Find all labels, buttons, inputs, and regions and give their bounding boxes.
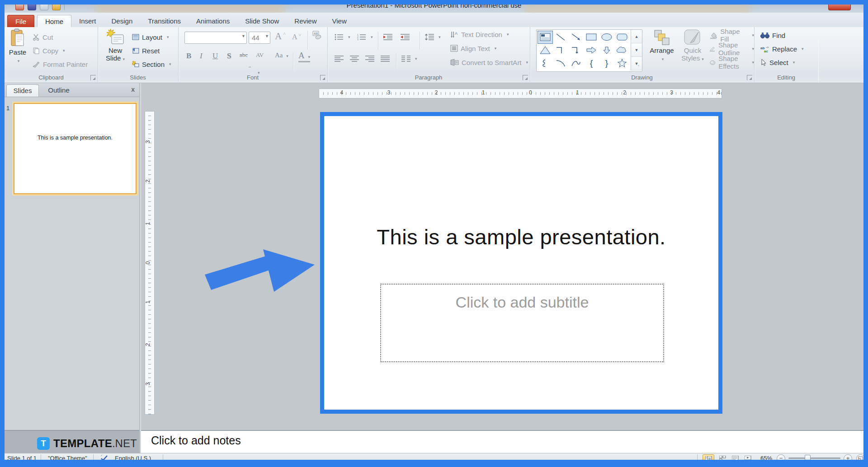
align-center-button[interactable] (350, 53, 359, 64)
horizontal-ruler[interactable]: 4 3 2 1 0 1 2 3 4 (319, 89, 722, 98)
text-direction-button[interactable]: A Text Direction (450, 29, 509, 40)
zoom-slider-handle[interactable] (805, 455, 811, 460)
slide-show-button[interactable] (742, 454, 753, 460)
shape-arrow-icon[interactable] (568, 31, 584, 44)
strikethrough-button[interactable]: abc (240, 51, 248, 59)
tab-slides-pane[interactable]: Slides (6, 84, 39, 97)
shape-elbow-arrow-connector-icon[interactable] (568, 44, 584, 57)
paragraph-dialog-launcher-icon[interactable] (523, 75, 528, 80)
tab-file[interactable]: File (7, 15, 34, 28)
shapes-more-icon[interactable]: ▼̱ (631, 57, 642, 70)
bold-button[interactable]: B (186, 51, 191, 61)
font-color-button[interactable]: A (298, 51, 310, 62)
subtitle-placeholder[interactable]: Click to add subtitle (380, 284, 664, 362)
shrink-font-button[interactable]: A˅ (292, 32, 301, 42)
section-button[interactable]: Section (132, 59, 171, 70)
shape-left-brace-icon[interactable]: { (584, 56, 599, 70)
align-left-button[interactable] (335, 53, 344, 64)
shape-triangle-icon[interactable] (538, 44, 553, 57)
shape-oval-icon[interactable] (599, 31, 614, 44)
tab-animations[interactable]: Animations (189, 15, 237, 27)
zoom-out-button[interactable]: − (777, 454, 785, 460)
shape-arc-icon[interactable] (553, 56, 568, 70)
find-button[interactable]: Find (760, 30, 785, 41)
shape-down-arrow-icon[interactable] (599, 44, 614, 57)
drawing-dialog-launcher-icon[interactable] (747, 75, 752, 80)
shape-outline-button[interactable]: Shape Outline (710, 43, 754, 54)
reset-button[interactable]: Reset (132, 45, 160, 56)
copy-button[interactable]: Copy (33, 45, 65, 56)
shape-rectangle-icon[interactable] (584, 31, 599, 44)
tab-insert[interactable]: Insert (71, 15, 104, 27)
slide-workspace[interactable]: This is a sample presentation. Click to … (320, 112, 722, 414)
font-size-dropdown-icon[interactable]: ▼ (265, 34, 269, 38)
shape-right-arrow-icon[interactable] (584, 44, 599, 57)
close-window-button[interactable] (828, 5, 851, 10)
shape-effects-button[interactable]: Shape Effects (710, 57, 754, 68)
numbering-button[interactable]: 123 (357, 32, 373, 42)
reading-view-button[interactable] (730, 454, 741, 460)
quick-styles-button[interactable]: Quick Styles (678, 28, 707, 72)
paste-button[interactable]: Paste (7, 28, 28, 72)
font-dialog-launcher-icon[interactable] (320, 75, 326, 80)
shape-text-slide-icon[interactable] (538, 31, 553, 44)
spellcheck-icon[interactable] (100, 455, 108, 460)
notes-pane[interactable]: Click to add notes (141, 430, 863, 454)
shape-curve-icon[interactable] (568, 56, 584, 70)
layout-button[interactable]: Layout (132, 32, 169, 42)
shapes-scroll-down-icon[interactable]: ▼ (631, 43, 642, 57)
decrease-indent-button[interactable] (383, 32, 392, 42)
clipboard-dialog-launcher-icon[interactable] (90, 75, 96, 80)
bullets-button[interactable] (335, 32, 350, 42)
character-spacing-button[interactable]: AV↔ (256, 51, 264, 76)
grow-font-button[interactable]: A˄ (275, 31, 286, 42)
zoom-level[interactable]: 65% (760, 455, 772, 460)
theme-name[interactable]: "Office Theme" (48, 455, 87, 460)
arrange-button[interactable]: Arrange (646, 28, 677, 72)
fit-to-window-button[interactable]: ◱ (856, 454, 863, 460)
tab-slide-show[interactable]: Slide Show (237, 15, 287, 27)
tab-design[interactable]: Design (104, 15, 141, 27)
underline-button[interactable]: U (212, 51, 218, 61)
format-painter-button[interactable]: Format Painter (33, 59, 88, 70)
tab-outline-pane[interactable]: Outline (41, 84, 77, 96)
tab-home[interactable]: Home (37, 15, 71, 27)
change-case-button[interactable]: Aa (275, 51, 288, 59)
shape-scribble-icon[interactable] (538, 56, 553, 70)
shape-rounded-rectangle-icon[interactable] (614, 31, 630, 44)
cut-button[interactable]: Cut (33, 32, 53, 42)
font-size-combobox[interactable]: 44 ▼ (249, 32, 270, 44)
font-name-combobox[interactable]: ▼ (184, 32, 247, 44)
convert-to-smartart-button[interactable]: Convert to SmartArt (450, 57, 528, 68)
new-slide-button[interactable]: New Slide (103, 28, 127, 72)
language-indicator[interactable]: English (U.S.) (115, 455, 151, 460)
justify-button[interactable] (381, 53, 390, 64)
shape-right-brace-icon[interactable]: } (599, 56, 614, 70)
shape-line-icon[interactable] (553, 31, 568, 44)
columns-button[interactable] (401, 53, 417, 64)
shapes-scroll-up-icon[interactable]: ▲ (631, 30, 642, 43)
zoom-in-button[interactable]: + (844, 454, 852, 460)
slide-title-text[interactable]: This is a sample presentation. (324, 224, 718, 249)
clear-formatting-button[interactable]: AB (312, 30, 322, 41)
align-right-button[interactable] (365, 53, 374, 64)
select-button[interactable]: Select (760, 57, 795, 68)
replace-button[interactable]: ab ac Replace (760, 43, 804, 54)
align-text-button[interactable]: Align Text (450, 43, 496, 54)
tab-review[interactable]: Review (287, 15, 324, 27)
slide-thumbnail[interactable]: This is a sample presentation. (14, 103, 137, 194)
increase-indent-button[interactable] (401, 32, 410, 42)
normal-view-button[interactable] (703, 454, 714, 460)
shape-star-icon[interactable] (614, 56, 630, 70)
shape-elbow-connector-icon[interactable] (553, 44, 568, 57)
line-spacing-button[interactable] (425, 32, 441, 42)
shape-cloud-icon[interactable] (614, 44, 630, 57)
panel-close-icon[interactable]: x (131, 86, 135, 93)
text-shadow-button[interactable]: S (227, 51, 231, 61)
tab-view[interactable]: View (324, 15, 354, 27)
italic-button[interactable]: I (200, 51, 203, 61)
zoom-slider[interactable] (788, 458, 840, 459)
tab-transitions[interactable]: Transitions (140, 15, 189, 27)
vertical-ruler[interactable]: 3 2 1 0 1 2 3 (145, 111, 155, 415)
slide-sorter-view-button[interactable] (717, 454, 728, 460)
